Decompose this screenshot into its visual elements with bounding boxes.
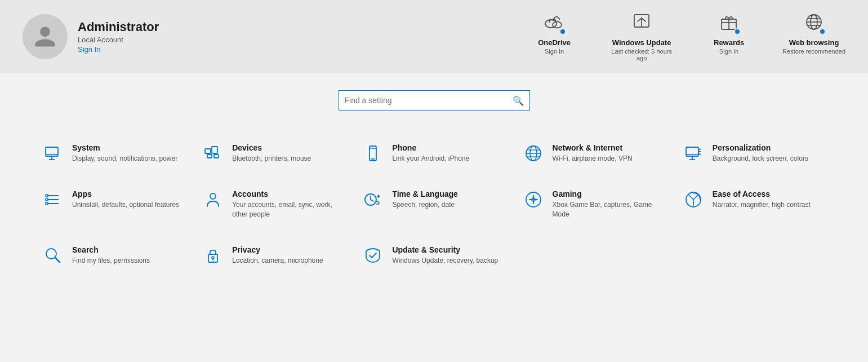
setting-accounts[interactable]: Accounts Your accounts, email, sync, wor… <box>194 179 354 229</box>
windows-update-title: Windows Update <box>612 38 671 47</box>
privacy-title: Privacy <box>232 245 323 254</box>
setting-search[interactable]: Search Find my files, permissions <box>34 235 194 276</box>
user-name: Administrator <box>78 20 159 34</box>
settings-grid: System Display, sound, notifications, po… <box>34 133 834 276</box>
rewards-status-dot <box>734 28 741 35</box>
time-language-icon <box>363 189 383 210</box>
onedrive-widget[interactable]: OneDrive Sign In <box>529 11 580 55</box>
svg-rect-18 <box>214 154 219 158</box>
windows-update-icon <box>631 11 652 33</box>
onedrive-sub: Sign In <box>545 48 564 55</box>
setting-personalization[interactable]: Personalization Background, lock screen,… <box>674 133 834 174</box>
system-text: System Display, sound, notifications, po… <box>72 143 177 164</box>
apps-title: Apps <box>72 189 179 198</box>
setting-apps[interactable]: Apps Uninstall, defaults, optional featu… <box>34 179 194 229</box>
gaming-desc: Xbox Game Bar, captures, Game Mode <box>553 200 665 219</box>
onedrive-icon-wrap <box>544 11 565 35</box>
svg-line-43 <box>371 200 373 201</box>
phone-desc: Link your Android, iPhone <box>392 154 469 164</box>
setting-network[interactable]: Network & Internet Wi-Fi, airplane mode,… <box>514 133 674 174</box>
web-browsing-widget[interactable]: Web browsing Restore recommended <box>782 11 845 55</box>
windows-update-sub: Last checked: 5 hours ago <box>608 48 675 61</box>
rewards-sub: Sign In <box>719 48 738 55</box>
setting-update-security[interactable]: Update & Security Windows Update, recove… <box>354 235 514 276</box>
accounts-title: Accounts <box>232 189 345 198</box>
personalization-text: Personalization Background, lock screen,… <box>713 143 808 164</box>
privacy-text: Privacy Location, camera, microphone <box>232 245 323 266</box>
gaming-text: Gaming Xbox Game Bar, captures, Game Mod… <box>553 189 665 219</box>
svg-rect-39 <box>46 202 48 205</box>
setting-time-language[interactable]: Time & Language Speech, region, date <box>354 179 514 229</box>
network-title: Network & Internet <box>553 143 633 152</box>
rewards-title: Rewards <box>714 38 744 47</box>
search-input[interactable] <box>345 96 513 105</box>
windows-update-widget[interactable]: Windows Update Last checked: 5 hours ago <box>608 11 675 61</box>
windows-update-icon-wrap <box>631 11 652 35</box>
main-content: 🔍 System Display, sound, notifications, … <box>0 73 868 293</box>
time-language-text: Time & Language Speech, region, date <box>392 189 457 210</box>
ease-of-access-text: Ease of Access Narrator, magnifier, high… <box>713 189 811 210</box>
search-text: Search Find my files, permissions <box>72 245 150 266</box>
user-avatar-icon <box>33 24 57 49</box>
header-widgets: OneDrive Sign In Windows Update Last che… <box>529 11 845 61</box>
ease-of-access-icon <box>683 189 704 210</box>
setting-phone[interactable]: Phone Link your Android, iPhone <box>354 133 514 174</box>
user-account: Local Account <box>78 36 159 44</box>
system-title: System <box>72 143 177 152</box>
time-language-title: Time & Language <box>392 189 457 198</box>
gaming-icon <box>523 189 544 210</box>
setting-system[interactable]: System Display, sound, notifications, po… <box>34 133 194 174</box>
update-security-desc: Windows Update, recovery, backup <box>392 256 498 266</box>
search-settings-icon <box>43 245 63 266</box>
svg-point-0 <box>545 20 557 28</box>
ease-of-access-desc: Narrator, magnifier, high contrast <box>713 200 811 210</box>
onedrive-status-dot <box>559 28 566 35</box>
svg-rect-38 <box>46 198 48 201</box>
setting-ease-of-access[interactable]: Ease of Access Narrator, magnifier, high… <box>674 179 834 229</box>
user-section: Administrator Local Account Sign In <box>23 14 169 59</box>
svg-rect-37 <box>46 195 48 197</box>
avatar <box>23 14 68 59</box>
search-box[interactable]: 🔍 <box>339 90 530 111</box>
search-desc: Find my files, permissions <box>72 256 150 266</box>
apps-desc: Uninstall, defaults, optional features <box>72 200 179 210</box>
search-button[interactable]: 🔍 <box>513 95 524 106</box>
rewards-widget[interactable]: Rewards Sign In <box>704 11 754 55</box>
setting-privacy[interactable]: Privacy Location, camera, microphone <box>194 235 354 276</box>
search-title: Search <box>72 245 150 254</box>
network-icon <box>523 143 544 164</box>
privacy-desc: Location, camera, microphone <box>232 256 323 266</box>
svg-rect-17 <box>207 154 212 158</box>
accounts-text: Accounts Your accounts, email, sync, wor… <box>232 189 345 219</box>
search-wrap: 🔍 <box>34 90 834 111</box>
personalization-title: Personalization <box>713 143 808 152</box>
update-security-title: Update & Security <box>392 245 498 254</box>
system-icon <box>43 143 63 164</box>
header: Administrator Local Account Sign In OneD… <box>0 0 868 73</box>
web-browsing-icon-wrap <box>803 11 825 35</box>
personalization-icon <box>683 143 704 164</box>
web-browsing-sub: Restore recommended <box>782 48 845 55</box>
update-security-text: Update & Security Windows Update, recove… <box>392 245 498 266</box>
network-text: Network & Internet Wi-Fi, airplane mode,… <box>553 143 633 164</box>
devices-icon <box>203 143 223 164</box>
svg-line-51 <box>55 258 60 262</box>
onedrive-title: OneDrive <box>538 38 571 47</box>
svg-point-40 <box>210 193 216 199</box>
apps-text: Apps Uninstall, defaults, optional featu… <box>72 189 179 210</box>
svg-point-1 <box>553 22 562 28</box>
accounts-desc: Your accounts, email, sync, work, other … <box>232 200 345 219</box>
phone-text: Phone Link your Android, iPhone <box>392 143 469 164</box>
svg-rect-15 <box>205 149 211 153</box>
setting-gaming[interactable]: Gaming Xbox Game Bar, captures, Game Mod… <box>514 179 674 229</box>
user-info: Administrator Local Account Sign In <box>78 20 159 54</box>
time-language-desc: Speech, region, date <box>392 200 457 210</box>
gaming-title: Gaming <box>553 189 665 198</box>
user-signin-link[interactable]: Sign In <box>78 45 159 54</box>
setting-devices[interactable]: Devices Bluetooth, printers, mouse <box>194 133 354 174</box>
ease-of-access-title: Ease of Access <box>713 189 811 198</box>
web-browsing-status-dot <box>819 28 826 35</box>
svg-rect-52 <box>208 254 217 262</box>
svg-rect-16 <box>212 147 217 153</box>
privacy-icon <box>203 245 223 266</box>
